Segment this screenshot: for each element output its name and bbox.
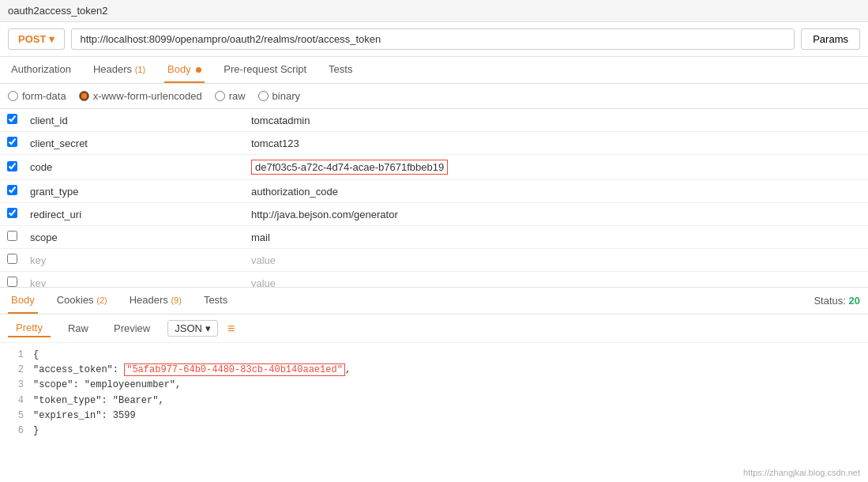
value-cell: tomcat123 (245, 132, 868, 155)
radio-x-www-form-urlencoded[interactable]: x-www-form-urlencoded (79, 90, 202, 102)
response-format-bar: Pretty Raw Preview JSON ▾ ≡ (0, 314, 868, 343)
checkbox-cell (0, 132, 24, 155)
code-viewer: 1{2 "access_token": "5afab977-64b0-4480-… (0, 343, 868, 443)
radio-raw[interactable]: raw (215, 90, 246, 102)
table-row: codede7f03c5-a72c-4d74-acae-b7671fbbeb19 (0, 155, 868, 180)
row-checkbox[interactable] (7, 231, 17, 241)
json-chevron-icon: ▾ (205, 322, 211, 334)
format-preview-button[interactable]: Preview (106, 320, 158, 337)
checkbox-cell (0, 180, 24, 203)
json-select[interactable]: JSON ▾ (167, 320, 218, 337)
table-row: client_idtomcatadmin (0, 109, 868, 132)
key-cell: client_secret (24, 132, 245, 155)
status-code: 20 (849, 295, 860, 307)
tab-pre-request-script[interactable]: Pre-request Script (220, 57, 310, 83)
request-body-area: client_idtomcatadminclient_secrettomcat1… (0, 109, 868, 287)
code-line: 3 "scope": "employeenumber", (8, 378, 860, 393)
response-tab-headers[interactable]: Headers (9) (126, 288, 185, 314)
value-cell: http://java.bejson.com/generator (245, 203, 868, 226)
response-tab-cookies[interactable]: Cookies (2) (54, 288, 111, 314)
row-checkbox[interactable] (7, 161, 17, 171)
response-tab-tests[interactable]: Tests (201, 288, 231, 314)
table-row: client_secrettomcat123 (0, 132, 868, 155)
radio-binary[interactable]: binary (258, 90, 300, 102)
tab-body[interactable]: Body (164, 57, 205, 83)
params-button[interactable]: Params (801, 28, 860, 50)
title-bar: oauth2access_token2 (0, 0, 868, 22)
key-cell: redirect_uri (24, 203, 245, 226)
row-checkbox[interactable] (7, 137, 17, 147)
table-row: redirect_urihttp://java.bejson.com/gener… (0, 203, 868, 226)
key-cell: grant_type (24, 180, 245, 203)
tab-authorization[interactable]: Authorization (8, 57, 74, 83)
value-cell: tomcatadmin (245, 109, 868, 132)
url-bar: POST ▾ Params (0, 22, 868, 57)
form-table: client_idtomcatadminclient_secrettomcat1… (0, 109, 868, 287)
response-area: 1{2 "access_token": "5afab977-64b0-4480-… (0, 343, 868, 482)
row-checkbox[interactable] (7, 114, 17, 124)
response-section: Body Cookies (2) Headers (9) Tests Statu… (0, 287, 868, 482)
response-tab-body[interactable]: Body (8, 288, 38, 314)
value-cell: authorization_code (245, 180, 868, 203)
code-line: 1{ (8, 348, 860, 363)
code-line: 4 "token_type": "Bearer", (8, 394, 860, 409)
checkbox-cell (0, 272, 24, 288)
row-checkbox[interactable] (7, 277, 17, 287)
status-info: Status: 20 (814, 295, 860, 307)
checkbox-cell (0, 109, 24, 132)
code-line: 6} (8, 424, 860, 439)
tab-tests[interactable]: Tests (325, 57, 355, 83)
format-pretty-button[interactable]: Pretty (8, 319, 51, 337)
checkbox-cell (0, 203, 24, 226)
response-tabs-bar: Body Cookies (2) Headers (9) Tests Statu… (0, 288, 868, 314)
code-line: 2 "access_token": "5afab977-64b0-4480-83… (8, 363, 860, 378)
method-label: POST (18, 33, 46, 45)
page-title: oauth2access_token2 (8, 5, 107, 17)
row-checkbox[interactable] (7, 254, 17, 264)
method-chevron: ▾ (49, 33, 54, 45)
body-type-bar: form-data x-www-form-urlencoded raw bina… (0, 84, 868, 109)
value-cell: mail (245, 226, 868, 249)
row-checkbox[interactable] (7, 185, 17, 195)
table-row: keyvalue (0, 272, 868, 288)
checkbox-cell (0, 226, 24, 249)
checkbox-cell (0, 155, 24, 180)
url-input[interactable] (71, 28, 795, 50)
value-cell: value (245, 272, 868, 288)
table-row: grant_typeauthorization_code (0, 180, 868, 203)
key-cell: key (24, 249, 245, 272)
tab-headers[interactable]: Headers (1) (90, 57, 148, 83)
format-raw-button[interactable]: Raw (60, 320, 96, 337)
key-cell: key (24, 272, 245, 288)
key-cell: client_id (24, 109, 245, 132)
code-line: 5 "expires_in": 3599 (8, 409, 860, 424)
method-button[interactable]: POST ▾ (8, 28, 65, 50)
table-row: keyvalue (0, 249, 868, 272)
row-checkbox[interactable] (7, 208, 17, 218)
value-cell: value (245, 249, 868, 272)
checkbox-cell (0, 249, 24, 272)
request-tabs: Authorization Headers (1) Body Pre-reque… (0, 57, 868, 84)
key-cell: code (24, 155, 245, 180)
radio-form-data[interactable]: form-data (8, 90, 66, 102)
watermark: https://zhangjkai.blog.csdn.net (743, 468, 860, 477)
key-cell: scope (24, 226, 245, 249)
table-row: scopemail (0, 226, 868, 249)
value-cell: de7f03c5-a72c-4d74-acae-b7671fbbeb19 (245, 155, 868, 180)
filter-icon[interactable]: ≡ (227, 322, 235, 336)
